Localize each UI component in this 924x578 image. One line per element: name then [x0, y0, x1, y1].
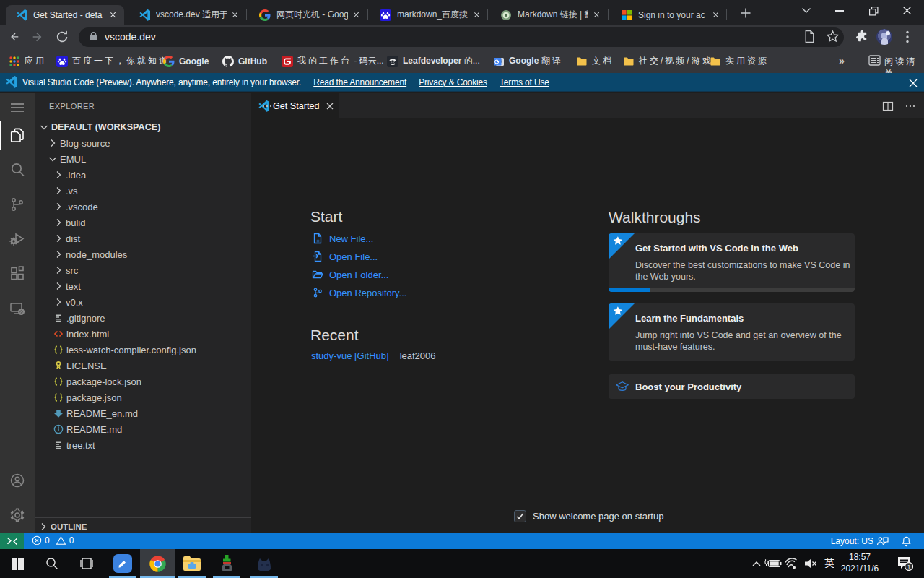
svg-text:1: 1 [907, 564, 910, 571]
